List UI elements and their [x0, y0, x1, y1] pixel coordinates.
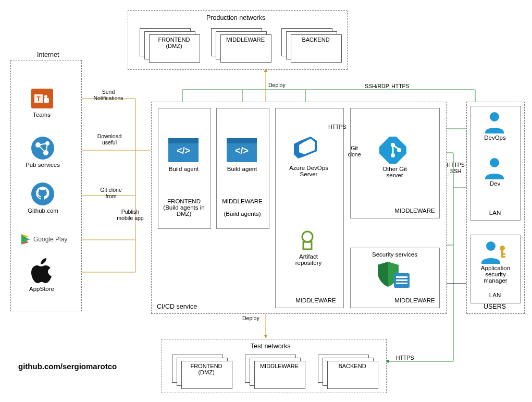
edge-download-useful: Download useful	[91, 133, 128, 145]
git-server-label: Other Git server	[375, 166, 414, 178]
test-frontend-label: FRONTEND (DMZ)	[181, 363, 231, 375]
lan1-caption: LAN	[485, 210, 505, 216]
edge-publish-mobile: Publish mobile app	[112, 209, 149, 221]
edge-https-ssh: HTTPS SSH	[444, 162, 467, 174]
prod-backend-label: BACKEND	[291, 36, 341, 43]
svg-rect-13	[303, 242, 312, 249]
attribution-text: github.com/sergiomarotco	[18, 362, 117, 371]
edge-https-test: HTTPS	[396, 355, 414, 361]
dev-user-icon	[482, 156, 507, 181]
devops-user-icon	[482, 111, 507, 136]
google-play-icon: Google Play	[21, 234, 67, 245]
svg-text:T: T	[36, 95, 41, 103]
dev-label: Dev	[474, 180, 516, 187]
svg-point-23	[490, 158, 499, 167]
svg-rect-28	[501, 256, 505, 258]
zone1-caption: FRONTEND (Build agents in DMZ)	[159, 198, 209, 217]
edge-https-1: HTTPS	[328, 124, 346, 130]
svg-point-24	[486, 241, 496, 251]
svg-point-11	[31, 182, 54, 205]
zone3-caption: MIDDLEWARE	[291, 297, 341, 303]
edge-ssh-rdp-https: SSH/RDP, HTTPS	[365, 83, 410, 89]
svg-point-25	[500, 246, 505, 251]
git-server-icon	[379, 137, 406, 166]
svg-point-12	[302, 232, 313, 242]
svg-rect-27	[501, 253, 505, 255]
artifact-repository-icon	[298, 230, 317, 253]
svg-rect-21	[396, 283, 407, 284]
build-agent-2-icon: </>	[227, 138, 257, 162]
pub-services-icon	[30, 136, 55, 163]
edge-git-clone: Git clone	[344, 145, 365, 157]
edge-send-notifications: Send Notifications	[88, 89, 129, 101]
teams-label: Teams	[26, 112, 57, 118]
pub-services-label: Pub services	[22, 162, 64, 168]
build-agent-2-label: Build agent	[220, 166, 264, 172]
svg-point-2	[44, 95, 47, 98]
prod-middleware-label: MIDDLEWARE	[220, 36, 270, 43]
svg-point-16	[391, 153, 395, 157]
test-backend-label: BACKEND	[327, 363, 377, 369]
group-test-title: Test networks	[251, 343, 290, 350]
diagram-canvas: Internet T Teams Pub services Github.com…	[0, 0, 532, 402]
svg-point-22	[490, 112, 499, 121]
zone2-caption: MIDDLEWARE (Build agents)	[217, 198, 267, 217]
svg-point-4	[31, 137, 54, 160]
lan2-caption: LAN	[485, 292, 505, 298]
appstore-icon	[30, 258, 54, 286]
svg-rect-19	[396, 276, 407, 278]
devops-label: DevOps	[474, 135, 516, 141]
group-internet-title: Internet	[37, 51, 59, 58]
appstore-label: AppStore	[26, 286, 57, 292]
svg-rect-3	[44, 98, 49, 103]
zone4b-caption: MIDDLEWARE	[390, 297, 440, 303]
azure-devops-icon	[292, 136, 321, 165]
build-agent-1-label: Build agent	[162, 166, 206, 172]
zone4a-caption: MIDDLEWARE	[390, 208, 440, 214]
security-shield-icon	[375, 261, 412, 292]
edge-deploy-down: Deploy	[242, 315, 259, 321]
prod-frontend-label: FRONTEND (DMZ)	[149, 36, 199, 49]
group-production-title: Production networks	[206, 14, 265, 21]
test-middleware-label: MIDDLEWARE	[254, 363, 304, 369]
edge-git-clone-from: Git clone from	[93, 187, 129, 199]
security-services-label: Security services	[365, 251, 425, 258]
edge-deploy-up: Deploy	[268, 82, 286, 88]
appsec-user-icon	[479, 240, 508, 266]
build-agent-1-icon: </>	[168, 138, 199, 162]
group-users-title: USERS	[484, 303, 506, 310]
github-icon	[30, 181, 55, 209]
azure-devops-label: Azure DevOps Server	[279, 165, 339, 177]
artifact-repository-label: Artifact repository	[282, 253, 335, 266]
github-label: Github.com	[23, 208, 63, 214]
teams-icon: T	[31, 89, 53, 108]
svg-rect-20	[396, 279, 407, 281]
appsec-label: Application security manager	[472, 265, 519, 284]
google-play-label: Google Play	[33, 236, 67, 243]
group-cicd-title: CI/CD service	[157, 303, 197, 310]
